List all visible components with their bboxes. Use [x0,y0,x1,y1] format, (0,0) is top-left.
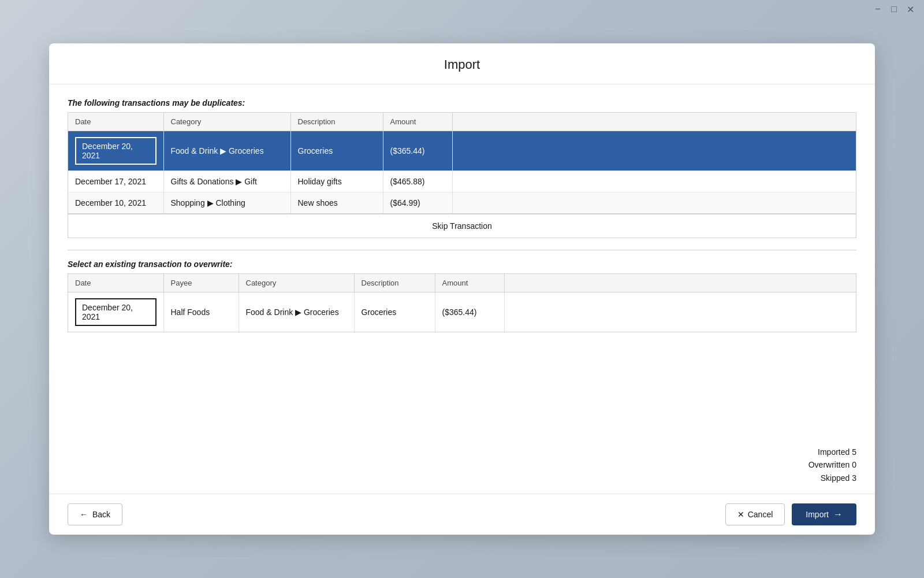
dup-date-1: December 20, 2021 [68,131,163,171]
back-arrow-icon: ← [80,510,88,519]
overwrite-section-label: Select an existing transaction to overwr… [68,260,856,269]
dialog-body: The following transactions may be duplic… [49,84,875,494]
overwritten-stat: Overwritten 0 [808,458,856,471]
dup-amount-1: ($365.44) [383,131,452,171]
minimize-button[interactable]: − [873,5,882,14]
dup-amount-3: ($64.99) [383,192,452,214]
stats-area: Imported 5 Overwritten 0 Skipped 3 [68,332,856,494]
ocol-header-description: Description [354,274,435,292]
window-chrome: − □ ✕ [873,5,915,14]
col-header-description: Description [290,113,383,131]
ow-amount-1: ($365.44) [435,292,504,332]
duplicates-section-label: The following transactions may be duplic… [68,98,856,108]
col-header-extra [452,113,856,131]
ow-description-1: Groceries [354,292,435,332]
cancel-label: Cancel [748,510,773,519]
cancel-x-icon: ✕ [737,510,744,519]
col-header-amount: Amount [383,113,452,131]
import-button[interactable]: Import → [792,503,856,525]
ocol-header-category: Category [239,274,354,292]
dup-description-1: Groceries [290,131,383,171]
overwrite-table: Date Payee Category Description Amount D… [68,274,856,332]
import-arrow-icon: → [833,509,843,520]
overwritten-label: Overwritten [808,460,850,469]
skip-row: Skip Transaction [68,213,856,238]
ow-payee-1: Half Foods [163,292,239,332]
maximize-button[interactable]: □ [889,5,899,14]
dup-amount-2: ($465.88) [383,171,452,192]
skipped-label: Skipped [821,473,850,483]
skip-transaction-button[interactable]: Skip Transaction [68,214,856,238]
back-button[interactable]: ← Back [68,503,122,525]
overwrite-table-container: Date Payee Category Description Amount D… [68,273,856,332]
duplicates-table-container: Date Category Description Amount Decembe… [68,112,856,238]
import-dialog: Import The following transactions may be… [49,43,875,535]
ocol-header-payee: Payee [163,274,239,292]
duplicate-row-1[interactable]: December 20, 2021 Food & Drink ▶ Groceri… [68,131,856,171]
close-button[interactable]: ✕ [906,5,915,14]
dup-extra-2 [452,171,856,192]
dup-extra-1 [452,131,856,171]
skipped-stat: Skipped 3 [821,472,856,484]
overwrite-table-header: Date Payee Category Description Amount [68,274,856,292]
duplicate-row-3[interactable]: December 10, 2021 Shopping ▶ Clothing Ne… [68,192,856,214]
imported-label: Imported [818,447,850,457]
dup-extra-3 [452,192,856,214]
ocol-header-amount: Amount [435,274,504,292]
ow-date-1: December 20, 2021 [68,292,163,332]
dialog-title: Import [49,43,875,84]
dup-description-3: New shoes [290,192,383,214]
col-header-category: Category [163,113,290,131]
dup-date-3: December 10, 2021 [68,192,163,214]
section-divider [68,250,856,250]
dup-category-3: Shopping ▶ Clothing [163,192,290,214]
duplicates-table: Date Category Description Amount Decembe… [68,113,856,213]
ocol-header-date: Date [68,274,163,292]
ow-category-1: Food & Drink ▶ Groceries [239,292,354,332]
bottom-section: Select an existing transaction to overwr… [68,260,856,494]
overwrite-row-1[interactable]: December 20, 2021 Half Foods Food & Drin… [68,292,856,332]
dup-date-2: December 17, 2021 [68,171,163,192]
duplicate-row-2[interactable]: December 17, 2021 Gifts & Donations ▶ Gi… [68,171,856,192]
imported-stat: Imported 5 [818,446,856,458]
dup-description-2: Holiday gifts [290,171,383,192]
duplicates-table-header: Date Category Description Amount [68,113,856,131]
ow-extra-1 [504,292,856,332]
back-label: Back [92,510,110,519]
dup-category-2: Gifts & Donations ▶ Gift [163,171,290,192]
dup-category-1: Food & Drink ▶ Groceries [163,131,290,171]
import-label: Import [806,510,829,519]
ocol-header-extra [504,274,856,292]
col-header-date: Date [68,113,163,131]
footer-right: ✕ Cancel Import → [725,503,856,525]
dialog-footer: ← Back ✕ Cancel Import → [49,494,875,535]
cancel-button[interactable]: ✕ Cancel [725,503,785,525]
